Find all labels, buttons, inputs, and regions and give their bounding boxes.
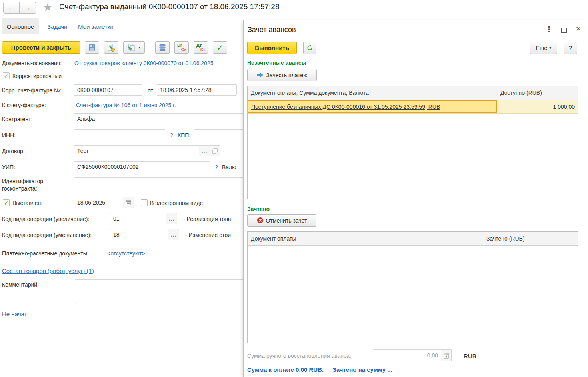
op-dec-select-button[interactable]: ... bbox=[168, 229, 179, 240]
electronic-label: В электронном виде bbox=[150, 200, 203, 206]
calculator-button[interactable] bbox=[441, 349, 452, 361]
contract-select-button[interactable]: ... bbox=[199, 145, 210, 156]
open-link-icon bbox=[212, 148, 218, 154]
gov-contract-input[interactable] bbox=[74, 177, 262, 188]
goods-composition-link[interactable]: Состав товаров (работ, услуг) (1) bbox=[2, 267, 94, 274]
payment-docs-link[interactable]: <отсутствуют> bbox=[107, 250, 145, 257]
help-icon: ? bbox=[569, 45, 572, 51]
amount-summary: Сумма к оплате 0,00 RUB. Зачтено на сумм… bbox=[247, 366, 392, 373]
app-window: ← → ★ Счет-фактура выданный 0К00-0000107… bbox=[0, 0, 588, 377]
manual-restore-label: Сумма ручного восстановления аванса: bbox=[247, 353, 351, 359]
comment-label: Комментарий: bbox=[2, 281, 39, 288]
business-process-state-link[interactable]: Не начат bbox=[2, 311, 27, 317]
close-icon[interactable]: ✕ bbox=[576, 25, 581, 33]
refresh-button[interactable] bbox=[303, 42, 316, 54]
menu-dots-icon[interactable]: ⋮ bbox=[545, 25, 553, 34]
unoffset-advances-heading: Незачтенные авансы bbox=[247, 60, 306, 66]
manual-restore-input[interactable] bbox=[373, 349, 441, 361]
back-button[interactable]: ← bbox=[3, 2, 20, 14]
currency-label: Валю bbox=[222, 164, 236, 170]
dr-cr-button[interactable]: Dr Cr bbox=[174, 41, 189, 54]
corrective-checkbox[interactable]: ✓ bbox=[3, 72, 10, 79]
payment-document-link[interactable]: Поступление безналичных ДС 0К00-000016 о… bbox=[251, 104, 440, 110]
from-label: от: bbox=[148, 87, 155, 94]
calculator-icon bbox=[444, 353, 449, 359]
check-icon: ✓ bbox=[217, 43, 224, 52]
column-header-doc[interactable]: Документ оплаты bbox=[248, 232, 483, 246]
save-button[interactable] bbox=[85, 41, 99, 54]
selected-cell[interactable]: Поступление безналичных ДС 0К00-000016 о… bbox=[248, 100, 497, 113]
column-header-available[interactable]: Доступно (RUB) bbox=[497, 86, 578, 100]
available-amount-cell[interactable]: 1 000,00 bbox=[497, 100, 578, 113]
payment-docs-label: Платежно-расчетные документы: bbox=[2, 250, 89, 257]
contract-input[interactable] bbox=[74, 145, 199, 156]
gov-contract-label-line1: Идентификатор bbox=[2, 178, 43, 184]
op-inc-select-button[interactable]: ... bbox=[166, 213, 177, 224]
corr-number-label: Корр. счет-фактура №: bbox=[2, 87, 62, 94]
op-dec-label: Код вида операции (уменьшение): bbox=[2, 232, 92, 238]
post-document-button[interactable] bbox=[104, 41, 118, 54]
to-invoice-label: К счету-фактуре: bbox=[2, 102, 46, 108]
register-records-button[interactable] bbox=[155, 41, 170, 54]
electronic-checkbox[interactable] bbox=[141, 199, 148, 206]
offset-sum-text: Зачтено на сумму ... bbox=[332, 366, 392, 373]
counterparty-input[interactable] bbox=[74, 113, 262, 124]
issued-date-group bbox=[74, 197, 134, 208]
corrective-label: Корректировочный bbox=[12, 73, 62, 79]
tab-my-notes[interactable]: Мои заметки bbox=[78, 23, 114, 30]
forward-icon: → bbox=[24, 4, 31, 12]
more-button[interactable]: Еще ▾ bbox=[530, 42, 557, 54]
caret-down-icon: ▾ bbox=[549, 46, 551, 50]
help-button[interactable]: ? bbox=[564, 42, 577, 54]
dt-kt-button[interactable]: Дт Кт bbox=[194, 41, 208, 54]
contract-open-button[interactable] bbox=[210, 145, 220, 156]
cancel-offset-button[interactable]: Отменить зачет bbox=[247, 214, 316, 227]
docs-base-label: Документы-основания: bbox=[2, 60, 62, 66]
offset-payment-label: Зачесть платеж bbox=[266, 72, 307, 78]
advance-offset-panel: Зачет авансов ⋮ ✕ Выполнить Еще ▾ ? Неза… bbox=[243, 20, 588, 377]
table-row[interactable]: Поступление безналичных ДС 0К00-000016 о… bbox=[248, 100, 578, 114]
offset-arrow-icon bbox=[257, 72, 264, 78]
dt-kt-icon: Дт Кт bbox=[196, 43, 205, 52]
manual-restore-group bbox=[373, 349, 452, 361]
column-header-doc[interactable]: Документ оплаты, Сумма документа, Валюта bbox=[248, 86, 497, 100]
refresh-icon bbox=[306, 44, 313, 51]
more-label: Еще bbox=[536, 45, 548, 51]
panel-splitter[interactable] bbox=[244, 203, 588, 203]
issued-date-picker-button[interactable] bbox=[123, 197, 134, 208]
post-document-icon bbox=[107, 43, 116, 52]
op-inc-label: Код вида операции (увеличение): bbox=[2, 216, 89, 222]
create-based-on-button[interactable]: ▾ bbox=[123, 41, 145, 54]
inn-input[interactable] bbox=[74, 129, 165, 140]
tab-tasks[interactable]: Задачи bbox=[47, 23, 67, 30]
post-and-close-button[interactable]: Провести и закрыть bbox=[2, 41, 80, 54]
forward-button[interactable]: → bbox=[20, 2, 36, 14]
back-icon: ← bbox=[8, 4, 15, 12]
to-invoice-link[interactable]: Счет-фактура № 106 от 1 июня 2025 г. bbox=[76, 102, 176, 108]
comment-textarea[interactable] bbox=[75, 279, 263, 304]
corr-date-input[interactable] bbox=[157, 84, 237, 96]
cancel-offset-label: Отменить зачет bbox=[266, 217, 307, 224]
post-check-button[interactable]: ✓ bbox=[213, 41, 227, 54]
counterparty-label: Контрагент: bbox=[2, 116, 32, 122]
tab-main[interactable]: Основное bbox=[2, 18, 39, 34]
offset-heading: Зачтено bbox=[247, 206, 270, 212]
execute-button[interactable]: Выполнить bbox=[247, 42, 297, 54]
issued-checkbox[interactable]: ✓ bbox=[3, 199, 10, 206]
op-dec-group: ... bbox=[110, 229, 179, 240]
inn-help-icon[interactable]: ? bbox=[170, 132, 173, 138]
corr-number-input[interactable] bbox=[74, 84, 142, 96]
uip-help-icon[interactable]: ? bbox=[215, 164, 218, 170]
docs-base-link[interactable]: Отгрузка товаров клиенту 0К00-000070 от … bbox=[74, 60, 213, 66]
issued-date-input[interactable] bbox=[74, 197, 123, 208]
contract-field-group: ... bbox=[74, 145, 220, 156]
page-title: Счет-фактура выданный 0К00-0000107 от 18… bbox=[59, 2, 279, 11]
offset-payment-button[interactable]: Зачесть платеж bbox=[247, 69, 317, 81]
column-header-offset[interactable]: Зачтено (RUB) bbox=[483, 232, 578, 246]
maximize-icon[interactable] bbox=[561, 28, 567, 33]
uip-input[interactable] bbox=[74, 161, 210, 172]
op-dec-input[interactable] bbox=[110, 229, 168, 240]
op-inc-input[interactable] bbox=[110, 213, 166, 224]
panel-title: Зачет авансов bbox=[248, 26, 296, 34]
favorite-star-icon[interactable]: ★ bbox=[43, 1, 52, 14]
